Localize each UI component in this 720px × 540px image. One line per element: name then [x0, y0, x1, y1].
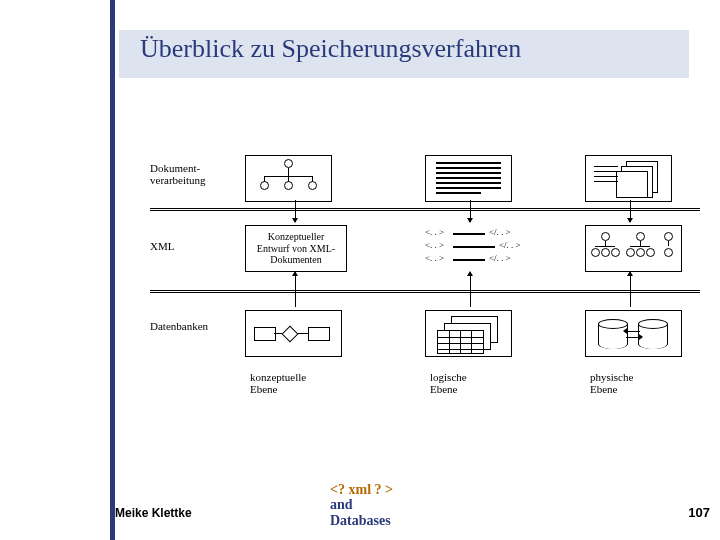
slide-title: Überblick zu Speicherungsverfahren [140, 34, 521, 64]
doc-concept-box [245, 155, 332, 202]
xml-physical-box [585, 225, 682, 272]
row-label-dokumentverarbeitung: Dokument-verarbeitung [150, 162, 230, 186]
col-label-konzeptuelle: konzeptuelleEbene [250, 371, 306, 395]
left-accent-bar [110, 0, 115, 540]
xml-tag-close-1: </. . > [489, 227, 511, 237]
separator-2 [150, 290, 700, 291]
xml-logic-box: <. . > </. . > <. . > </. . > <. . > </.… [425, 225, 535, 270]
arrow-db-to-xml-c3 [630, 272, 631, 307]
footer-logo: <? xml ? > and Databases [330, 482, 393, 528]
db-physical-box [585, 310, 682, 357]
arrow-doc-to-xml-c1 [295, 200, 296, 222]
xml-tag-open-1: <. . > [425, 227, 444, 237]
diagram: Dokument-verarbeitung XML Datenbanken ko… [150, 150, 700, 450]
separator-1b [150, 210, 700, 211]
db-logic-box [425, 310, 512, 357]
row-label-xml: XML [150, 240, 230, 252]
separator-1 [150, 208, 700, 209]
xml-tag-open-2: <. . > [425, 240, 444, 250]
xml-concept-box: KonzeptuellerEntwurf von XML-Dokumenten [245, 225, 347, 272]
arrow-db-to-xml-c2 [470, 272, 471, 307]
db-concept-box [245, 310, 342, 357]
col-label-physische: physischeEbene [590, 371, 633, 395]
xml-tag-close-2: </. . > [499, 240, 521, 250]
footer-logo-line2: and [330, 497, 353, 512]
footer-logo-line3: Databases [330, 513, 391, 528]
row-label-datenbanken: Datenbanken [150, 320, 230, 332]
footer-logo-line1: <? xml ? > [330, 482, 393, 497]
xml-tag-open-3: <. . > [425, 253, 444, 263]
arrow-db-to-xml-c1 [295, 272, 296, 307]
arrow-doc-to-xml-c2 [470, 200, 471, 222]
doc-logic-box [425, 155, 512, 202]
footer-page-number: 107 [688, 505, 710, 520]
footer-author: Meike Klettke [115, 506, 192, 520]
doc-physical-box [585, 155, 672, 202]
separator-2b [150, 292, 700, 293]
arrow-doc-to-xml-c3 [630, 200, 631, 222]
xml-tag-close-3: </. . > [489, 253, 511, 263]
col-label-logische: logischeEbene [430, 371, 467, 395]
